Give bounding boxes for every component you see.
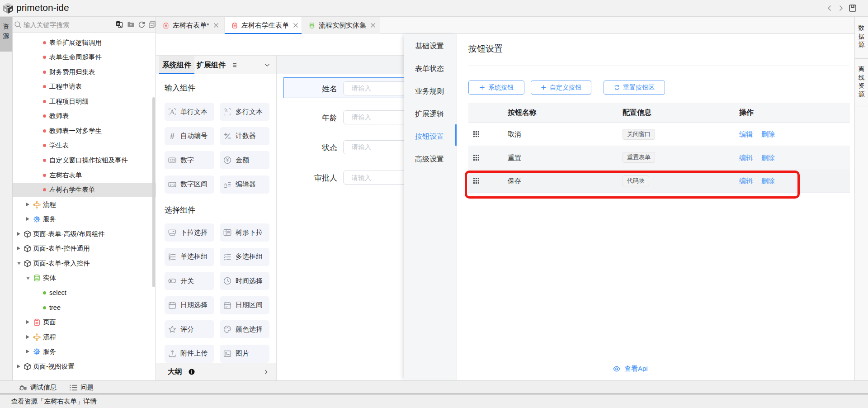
rightbar-tab-离线资源[interactable]: 离线资源: [855, 59, 868, 106]
tree-item-学生表[interactable]: 学生表: [13, 138, 156, 153]
bottombar-调试信息[interactable]: 调试信息: [19, 381, 57, 394]
editor-tab-左树右学生表单[interactable]: 左树右学生表单: [225, 17, 302, 34]
component-颜色选择[interactable]: 颜色选择: [220, 320, 269, 338]
button-自定义按钮[interactable]: 自定义按钮: [531, 81, 591, 95]
component-计数器[interactable]: 计数器: [220, 127, 269, 145]
outline-footer[interactable]: 大纲: [156, 363, 276, 380]
component-自动编号[interactable]: 自动编号: [165, 127, 214, 145]
delete-link[interactable]: 删除: [761, 169, 775, 192]
component-数字[interactable]: 数字: [165, 151, 214, 169]
tab-system-components[interactable]: 系统组件: [159, 56, 194, 74]
tree-item-页面-表单-录入控件[interactable]: 页面-表单-录入控件: [13, 256, 156, 270]
tree-expanded-arrow-icon[interactable]: [26, 277, 30, 280]
component-评分[interactable]: 评分: [165, 320, 214, 338]
tree-expanded-arrow-icon[interactable]: [17, 262, 21, 265]
menu-icon[interactable]: [232, 62, 237, 68]
settings-menu-表单状态[interactable]: 表单状态: [404, 57, 457, 80]
tree-item-左树右学生表单[interactable]: 左树右学生表单: [13, 183, 156, 197]
component-时间选择[interactable]: 时间选择: [220, 272, 269, 290]
tree-item-教师表一对多学生[interactable]: 教师表一对多学生: [13, 123, 156, 138]
component-多选框组[interactable]: 多选框组: [220, 248, 269, 266]
search-input[interactable]: [24, 20, 112, 30]
bottombar-问题[interactable]: 问题: [69, 381, 94, 394]
settings-menu-按钮设置[interactable]: 按钮设置: [404, 125, 457, 148]
component-日期选择[interactable]: 日期选择: [165, 296, 214, 314]
tree-collapsed-arrow-icon[interactable]: [26, 350, 29, 353]
settings-menu-基础设置[interactable]: 基础设置: [404, 35, 457, 57]
tree-collapsed-arrow-icon[interactable]: [17, 232, 20, 236]
tree-item-左树右表单[interactable]: 左树右表单: [13, 168, 156, 182]
tree-item-工程项目明细[interactable]: 工程项目明细: [13, 94, 156, 109]
edit-link[interactable]: 编辑: [739, 169, 753, 192]
field-input-年龄[interactable]: [343, 110, 404, 124]
drag-handle-icon[interactable]: [473, 154, 480, 161]
tree-item-流程[interactable]: 流程: [13, 330, 156, 344]
tree-item-tree[interactable]: tree: [13, 300, 156, 315]
tree-collapsed-arrow-icon[interactable]: [26, 320, 29, 324]
tree-item-页面[interactable]: 页面: [13, 315, 156, 330]
component-树形下拉[interactable]: 树形下拉: [220, 223, 269, 242]
component-编辑器[interactable]: 编辑器: [220, 176, 269, 194]
tree-item-页面-表单-控件通用[interactable]: 页面-表单-控件通用: [13, 242, 156, 256]
close-icon[interactable]: [213, 23, 219, 28]
field-input-状态[interactable]: [343, 140, 404, 154]
locate-icon[interactable]: [116, 21, 123, 28]
component-日期区间[interactable]: 日期区间: [220, 296, 269, 314]
component-金额[interactable]: 金额: [220, 151, 269, 169]
tree-item-财务费用归集表[interactable]: 财务费用归集表: [13, 65, 156, 79]
tree-item-表单扩展逻辑调用[interactable]: 表单扩展逻辑调用: [13, 35, 156, 50]
tree-item-教师表[interactable]: 教师表: [13, 109, 156, 123]
tree-scrollbar[interactable]: [152, 97, 155, 287]
tree-item-页面-视图设置[interactable]: 页面-视图设置: [13, 359, 156, 374]
drag-handle-icon[interactable]: [473, 177, 480, 185]
tree-item-流程[interactable]: 流程: [13, 197, 156, 212]
component-附件上传[interactable]: 附件上传: [165, 345, 214, 363]
tree-collapsed-arrow-icon[interactable]: [17, 247, 20, 250]
edit-link[interactable]: 编辑: [739, 146, 753, 169]
editor-tab-左树右表单[interactable]: 左树右表单*: [156, 17, 225, 34]
tree-item-工程申请表[interactable]: 工程申请表: [13, 80, 156, 94]
editor-tab-流程实例实体集[interactable]: 流程实例实体集: [302, 17, 380, 34]
field-input-姓名[interactable]: [343, 81, 404, 95]
collapse-all-icon[interactable]: [148, 21, 156, 28]
tab-extension-components[interactable]: 扩展组件: [193, 56, 229, 74]
refresh-icon[interactable]: [138, 21, 146, 28]
close-icon[interactable]: [293, 23, 298, 28]
tree-item-服务[interactable]: 服务: [13, 345, 156, 359]
field-input-审批人[interactable]: [343, 171, 404, 185]
component-数字区间[interactable]: 数字区间: [165, 176, 214, 194]
component-多行文本[interactable]: 多行文本: [220, 103, 269, 121]
settings-menu-扩展逻辑[interactable]: 扩展逻辑: [404, 103, 457, 125]
drag-handle-icon[interactable]: [473, 131, 480, 138]
chevron-right-icon[interactable]: [837, 5, 844, 12]
tree-item-自定义窗口操作按钮及事件[interactable]: 自定义窗口操作按钮及事件: [13, 153, 156, 168]
activity-tab-resources[interactable]: 资源: [0, 17, 12, 52]
tree-item-页面-表单-高级/布局组件[interactable]: 页面-表单-高级/布局组件: [13, 227, 156, 241]
delete-link[interactable]: 删除: [761, 146, 775, 169]
chevron-left-icon[interactable]: [826, 5, 833, 12]
new-folder-icon[interactable]: [127, 21, 135, 28]
component-开关[interactable]: 开关: [165, 272, 214, 290]
tree-collapsed-arrow-icon[interactable]: [26, 217, 29, 221]
settings-menu-高级设置[interactable]: 高级设置: [404, 148, 457, 171]
delete-link[interactable]: 删除: [761, 123, 775, 146]
settings-menu-业务规则[interactable]: 业务规则: [404, 80, 457, 103]
button-重置按钮区[interactable]: 重置按钮区: [604, 81, 665, 95]
component-单选框组[interactable]: 单选框组: [165, 248, 214, 266]
component-图片[interactable]: 图片: [220, 345, 269, 363]
rightbar-tab-数据源[interactable]: 数据源: [855, 17, 868, 59]
chevron-down-icon[interactable]: [264, 62, 270, 68]
tree-item-实体[interactable]: 实体: [13, 271, 156, 285]
component-下拉选择[interactable]: 下拉选择: [165, 223, 214, 242]
button-系统按钮[interactable]: 系统按钮: [468, 81, 524, 95]
view-api-link[interactable]: 查看Api: [613, 365, 648, 373]
save-icon[interactable]: [849, 4, 857, 12]
component-单行文本[interactable]: 单行文本: [165, 103, 214, 121]
tree-item-表单生命周起事件[interactable]: 表单生命周起事件: [13, 50, 156, 65]
tree-collapsed-arrow-icon[interactable]: [17, 365, 20, 368]
close-icon[interactable]: [370, 23, 376, 28]
edit-link[interactable]: 编辑: [739, 123, 753, 146]
tree-collapsed-arrow-icon[interactable]: [26, 335, 29, 339]
tree-collapsed-arrow-icon[interactable]: [26, 203, 29, 206]
tree-item-服务[interactable]: 服务: [13, 212, 156, 227]
